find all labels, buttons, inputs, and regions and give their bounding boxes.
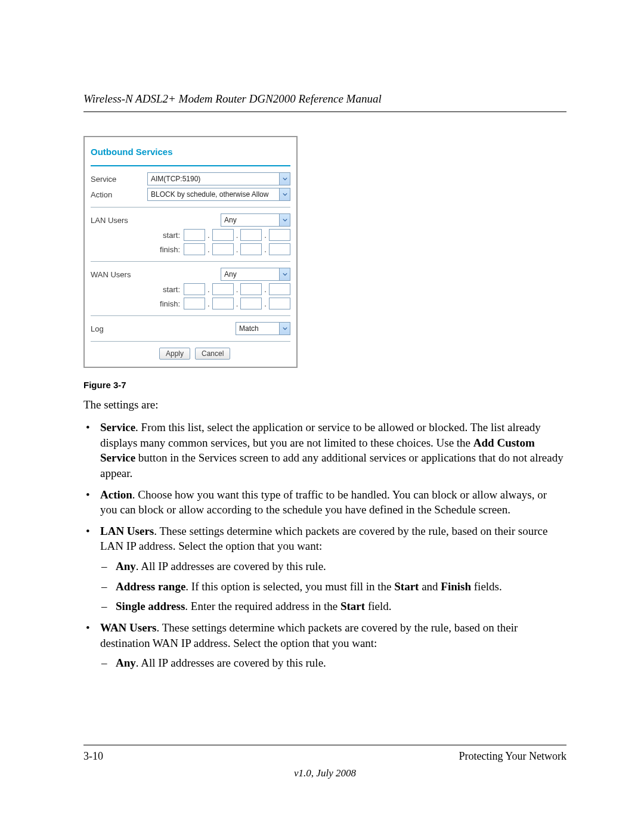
sub-address-range: Address range. If this option is selecte… bbox=[100, 579, 566, 594]
ip-octet-input[interactable] bbox=[240, 243, 262, 255]
sub-single-address: Single address. Enter the required addre… bbox=[100, 599, 566, 614]
chevron-down-icon bbox=[279, 173, 290, 185]
setting-lan-users: LAN Users. These settings determine whic… bbox=[83, 524, 566, 614]
chevron-down-icon bbox=[279, 214, 290, 226]
manual-page: Wireless-N ADSL2+ Modem Router DGN2000 R… bbox=[0, 0, 644, 833]
figure-caption: Figure 3-7 bbox=[83, 380, 566, 390]
cancel-button[interactable]: Cancel bbox=[195, 348, 230, 360]
divider bbox=[91, 315, 290, 316]
label-finish: finish: bbox=[91, 245, 184, 254]
label-start: start: bbox=[91, 231, 184, 240]
ip-octet-input[interactable] bbox=[212, 298, 234, 309]
action-select-value: BLOCK by schedule, otherwise Allow bbox=[148, 190, 279, 199]
wan-finish-ip: . . . bbox=[184, 298, 290, 309]
apply-button[interactable]: Apply bbox=[159, 348, 190, 360]
ip-octet-input[interactable] bbox=[240, 298, 262, 309]
ip-octet-input[interactable] bbox=[184, 229, 205, 241]
ip-octet-input[interactable] bbox=[212, 283, 234, 295]
ip-octet-input[interactable] bbox=[184, 283, 205, 295]
ip-octet-input[interactable] bbox=[184, 298, 205, 309]
label-wan-users: WAN Users bbox=[91, 270, 147, 279]
ip-octet-input[interactable] bbox=[240, 283, 262, 295]
service-select[interactable]: AIM(TCP:5190) bbox=[147, 172, 290, 185]
panel-title: Outbound Services bbox=[91, 142, 290, 165]
ip-octet-input[interactable] bbox=[212, 229, 234, 241]
log-select[interactable]: Match bbox=[236, 322, 290, 335]
log-select-value: Match bbox=[236, 324, 279, 333]
action-select[interactable]: BLOCK by schedule, otherwise Allow bbox=[147, 188, 290, 201]
wan-users-select[interactable]: Any bbox=[221, 268, 290, 281]
divider bbox=[91, 261, 290, 262]
divider bbox=[91, 165, 290, 166]
ip-octet-input[interactable] bbox=[269, 283, 290, 295]
divider bbox=[91, 207, 290, 208]
lan-users-select[interactable]: Any bbox=[221, 213, 290, 227]
label-finish: finish: bbox=[91, 299, 184, 308]
sub-any: Any. All IP addresses are covered by thi… bbox=[100, 655, 566, 671]
page-footer: 3-10 Protecting Your Network v1.0, July … bbox=[83, 745, 566, 779]
label-action: Action bbox=[91, 190, 147, 199]
ip-octet-input[interactable] bbox=[212, 243, 234, 255]
lan-start-ip: . . . bbox=[184, 229, 290, 241]
label-service: Service bbox=[91, 175, 147, 184]
page-number: 3-10 bbox=[83, 750, 103, 763]
outbound-services-panel: Outbound Services Service AIM(TCP:5190) … bbox=[83, 136, 298, 368]
label-start: start: bbox=[91, 285, 184, 294]
lan-finish-ip: . . . bbox=[184, 243, 290, 255]
service-select-value: AIM(TCP:5190) bbox=[148, 175, 279, 183]
ip-octet-input[interactable] bbox=[269, 298, 290, 309]
setting-wan-users: WAN Users. These settings determine whic… bbox=[83, 620, 566, 671]
label-lan-users: LAN Users bbox=[91, 216, 147, 225]
ip-octet-input[interactable] bbox=[269, 229, 290, 241]
section-title: Protecting Your Network bbox=[459, 750, 567, 763]
setting-service: Service. From this list, select the appl… bbox=[83, 420, 566, 481]
divider bbox=[91, 341, 290, 342]
chevron-down-icon bbox=[279, 188, 290, 200]
doc-version: v1.0, July 2008 bbox=[83, 767, 566, 779]
chevron-down-icon bbox=[279, 323, 290, 335]
wan-start-ip: . . . bbox=[184, 283, 290, 295]
intro-text: The settings are: bbox=[83, 398, 566, 411]
running-header: Wireless-N ADSL2+ Modem Router DGN2000 R… bbox=[83, 92, 566, 112]
lan-users-select-value: Any bbox=[221, 216, 279, 224]
chevron-down-icon bbox=[279, 268, 290, 280]
sub-any: Any. All IP addresses are covered by thi… bbox=[100, 559, 566, 574]
ip-octet-input[interactable] bbox=[240, 229, 262, 241]
wan-users-select-value: Any bbox=[221, 270, 279, 278]
ip-octet-input[interactable] bbox=[184, 243, 205, 255]
label-log: Log bbox=[91, 324, 147, 333]
settings-list: Service. From this list, select the appl… bbox=[83, 420, 566, 671]
ip-octet-input[interactable] bbox=[269, 243, 290, 255]
setting-action: Action. Choose how you want this type of… bbox=[83, 487, 566, 518]
